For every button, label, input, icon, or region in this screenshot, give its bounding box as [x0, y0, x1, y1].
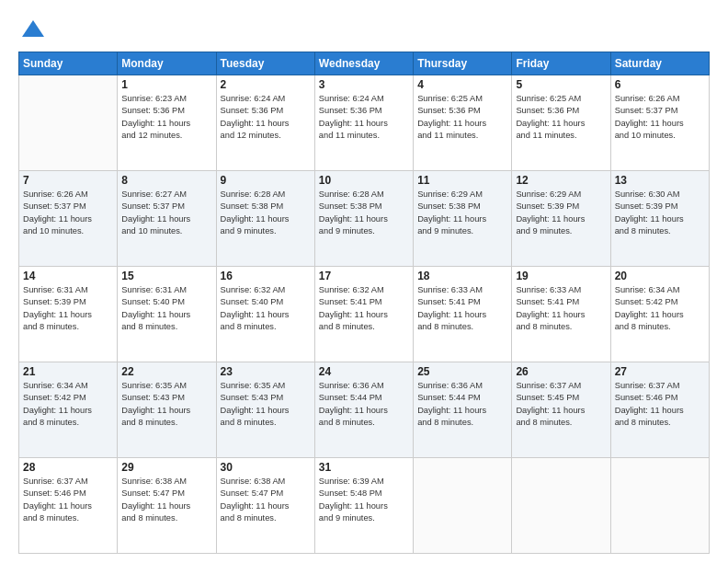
calendar-cell: 15Sunrise: 6:31 AMSunset: 5:40 PMDayligh…: [118, 267, 216, 362]
day-info: Sunrise: 6:35 AMSunset: 5:43 PMDaylight:…: [221, 380, 311, 430]
day-info: Sunrise: 6:25 AMSunset: 5:36 PMDaylight:…: [417, 93, 507, 143]
day-info: Sunrise: 6:24 AMSunset: 5:36 PMDaylight:…: [221, 93, 311, 143]
calendar-cell: [610, 458, 709, 554]
calendar-cell: 20Sunrise: 6:34 AMSunset: 5:42 PMDayligh…: [610, 267, 709, 362]
page: SundayMondayTuesdayWednesdayThursdayFrid…: [0, 0, 728, 563]
day-number: 28: [23, 461, 113, 474]
day-info: Sunrise: 6:31 AMSunset: 5:39 PMDaylight:…: [23, 284, 113, 334]
calendar-cell: 10Sunrise: 6:28 AMSunset: 5:38 PMDayligh…: [314, 171, 413, 267]
day-number: 24: [319, 365, 409, 378]
day-number: 21: [23, 365, 113, 378]
day-number: 30: [221, 461, 311, 474]
day-number: 22: [121, 365, 211, 378]
day-number: 20: [615, 270, 705, 282]
day-number: 19: [516, 270, 606, 282]
day-info: Sunrise: 6:23 AMSunset: 5:36 PMDaylight:…: [121, 93, 211, 143]
day-number: 18: [417, 270, 507, 282]
calendar-cell: 22Sunrise: 6:35 AMSunset: 5:43 PMDayligh…: [118, 362, 216, 458]
calendar-day-header: Monday: [118, 52, 216, 75]
svg-marker-0: [22, 20, 44, 37]
calendar-week-row: 28Sunrise: 6:37 AMSunset: 5:46 PMDayligh…: [19, 458, 710, 554]
day-number: 29: [121, 461, 211, 474]
day-info: Sunrise: 6:37 AMSunset: 5:46 PMDaylight:…: [615, 380, 705, 430]
calendar-day-header: Saturday: [610, 52, 709, 75]
day-info: Sunrise: 6:33 AMSunset: 5:41 PMDaylight:…: [417, 284, 507, 334]
calendar-cell: [512, 458, 610, 554]
calendar-day-header: Friday: [512, 52, 610, 75]
calendar-cell: 27Sunrise: 6:37 AMSunset: 5:46 PMDayligh…: [610, 362, 709, 458]
day-info: Sunrise: 6:36 AMSunset: 5:44 PMDaylight:…: [417, 380, 507, 430]
day-info: Sunrise: 6:33 AMSunset: 5:41 PMDaylight:…: [516, 284, 606, 334]
day-number: 13: [615, 174, 705, 187]
calendar-cell: 1Sunrise: 6:23 AMSunset: 5:36 PMDaylight…: [118, 75, 216, 171]
day-number: 26: [516, 365, 606, 378]
calendar-cell: 16Sunrise: 6:32 AMSunset: 5:40 PMDayligh…: [216, 267, 314, 362]
day-number: 17: [319, 270, 409, 282]
day-number: 6: [615, 78, 705, 91]
calendar-table: SundayMondayTuesdayWednesdayThursdayFrid…: [18, 52, 710, 554]
calendar-cell: [414, 458, 512, 554]
calendar-cell: 11Sunrise: 6:29 AMSunset: 5:38 PMDayligh…: [414, 171, 512, 267]
day-info: Sunrise: 6:28 AMSunset: 5:38 PMDaylight:…: [319, 189, 409, 238]
calendar-cell: 19Sunrise: 6:33 AMSunset: 5:41 PMDayligh…: [512, 267, 610, 362]
day-info: Sunrise: 6:26 AMSunset: 5:37 PMDaylight:…: [23, 189, 113, 238]
day-number: 2: [221, 78, 311, 91]
day-info: Sunrise: 6:37 AMSunset: 5:45 PMDaylight:…: [516, 380, 606, 430]
day-info: Sunrise: 6:32 AMSunset: 5:40 PMDaylight:…: [221, 284, 311, 334]
calendar-cell: 5Sunrise: 6:25 AMSunset: 5:36 PMDaylight…: [512, 75, 610, 171]
day-number: 9: [221, 174, 311, 187]
day-number: 27: [615, 365, 705, 378]
calendar-cell: 18Sunrise: 6:33 AMSunset: 5:41 PMDayligh…: [414, 267, 512, 362]
calendar-cell: 21Sunrise: 6:34 AMSunset: 5:42 PMDayligh…: [19, 362, 118, 458]
calendar-cell: 6Sunrise: 6:26 AMSunset: 5:37 PMDaylight…: [610, 75, 709, 171]
header: [18, 17, 710, 42]
day-info: Sunrise: 6:39 AMSunset: 5:48 PMDaylight:…: [319, 476, 409, 525]
calendar-cell: 12Sunrise: 6:29 AMSunset: 5:39 PMDayligh…: [512, 171, 610, 267]
day-info: Sunrise: 6:38 AMSunset: 5:47 PMDaylight:…: [221, 476, 311, 525]
calendar-cell: 28Sunrise: 6:37 AMSunset: 5:46 PMDayligh…: [19, 458, 118, 554]
day-info: Sunrise: 6:29 AMSunset: 5:39 PMDaylight:…: [516, 189, 606, 238]
calendar-cell: 7Sunrise: 6:26 AMSunset: 5:37 PMDaylight…: [19, 171, 118, 267]
calendar-cell: 24Sunrise: 6:36 AMSunset: 5:44 PMDayligh…: [314, 362, 413, 458]
calendar-day-header: Thursday: [414, 52, 512, 75]
day-info: Sunrise: 6:34 AMSunset: 5:42 PMDaylight:…: [23, 380, 113, 430]
calendar-header-row: SundayMondayTuesdayWednesdayThursdayFrid…: [19, 52, 710, 75]
day-info: Sunrise: 6:28 AMSunset: 5:38 PMDaylight:…: [221, 189, 311, 238]
calendar-cell: 17Sunrise: 6:32 AMSunset: 5:41 PMDayligh…: [314, 267, 413, 362]
calendar-cell: 25Sunrise: 6:36 AMSunset: 5:44 PMDayligh…: [414, 362, 512, 458]
day-number: 11: [417, 174, 507, 187]
day-number: 5: [516, 78, 606, 91]
calendar-cell: 13Sunrise: 6:30 AMSunset: 5:39 PMDayligh…: [610, 171, 709, 267]
day-info: Sunrise: 6:29 AMSunset: 5:38 PMDaylight:…: [417, 189, 507, 238]
calendar-cell: 8Sunrise: 6:27 AMSunset: 5:37 PMDaylight…: [118, 171, 216, 267]
day-info: Sunrise: 6:34 AMSunset: 5:42 PMDaylight:…: [615, 284, 705, 334]
day-number: 10: [319, 174, 409, 187]
day-number: 7: [23, 174, 113, 187]
calendar-cell: 26Sunrise: 6:37 AMSunset: 5:45 PMDayligh…: [512, 362, 610, 458]
day-info: Sunrise: 6:38 AMSunset: 5:47 PMDaylight:…: [121, 476, 211, 525]
calendar-cell: 29Sunrise: 6:38 AMSunset: 5:47 PMDayligh…: [118, 458, 216, 554]
day-number: 4: [417, 78, 507, 91]
day-number: 8: [121, 174, 211, 187]
day-info: Sunrise: 6:32 AMSunset: 5:41 PMDaylight:…: [319, 284, 409, 334]
calendar-day-header: Sunday: [19, 52, 118, 75]
logo: [18, 17, 46, 42]
day-number: 31: [319, 461, 409, 474]
calendar-cell: [19, 75, 118, 171]
calendar-cell: 14Sunrise: 6:31 AMSunset: 5:39 PMDayligh…: [19, 267, 118, 362]
day-info: Sunrise: 6:24 AMSunset: 5:36 PMDaylight:…: [319, 93, 409, 143]
logo-icon: [20, 17, 46, 42]
day-info: Sunrise: 6:36 AMSunset: 5:44 PMDaylight:…: [319, 380, 409, 430]
calendar-cell: 2Sunrise: 6:24 AMSunset: 5:36 PMDaylight…: [216, 75, 314, 171]
calendar-cell: 3Sunrise: 6:24 AMSunset: 5:36 PMDaylight…: [314, 75, 413, 171]
day-info: Sunrise: 6:37 AMSunset: 5:46 PMDaylight:…: [23, 476, 113, 525]
calendar-week-row: 1Sunrise: 6:23 AMSunset: 5:36 PMDaylight…: [19, 75, 710, 171]
calendar-day-header: Tuesday: [216, 52, 314, 75]
day-number: 25: [417, 365, 507, 378]
calendar-day-header: Wednesday: [314, 52, 413, 75]
day-number: 16: [221, 270, 311, 282]
day-info: Sunrise: 6:25 AMSunset: 5:36 PMDaylight:…: [516, 93, 606, 143]
day-number: 12: [516, 174, 606, 187]
day-number: 1: [121, 78, 211, 91]
calendar-cell: 31Sunrise: 6:39 AMSunset: 5:48 PMDayligh…: [314, 458, 413, 554]
